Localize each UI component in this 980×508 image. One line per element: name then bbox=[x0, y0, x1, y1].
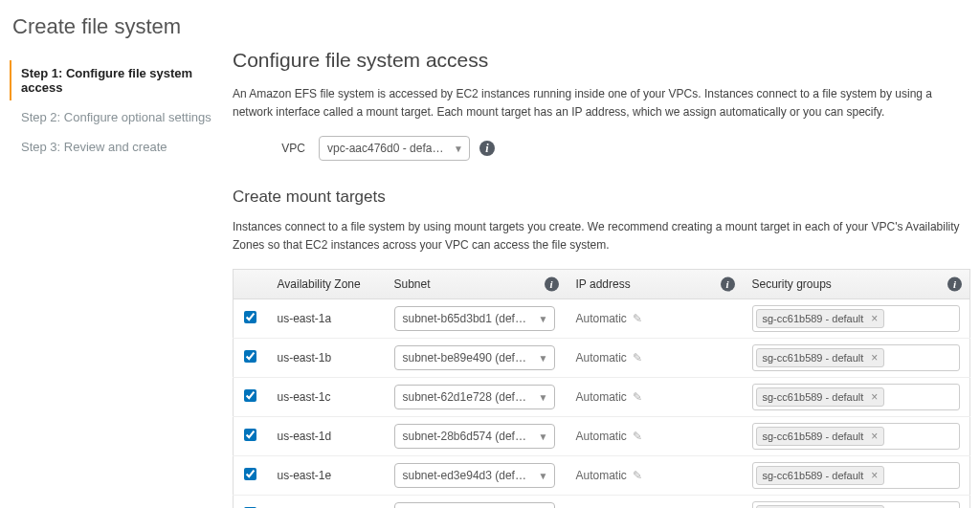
subnet-select[interactable]: subnet-b65d3bd1 (default)▼ bbox=[394, 306, 555, 331]
th-sg-label: Security groups bbox=[752, 277, 832, 291]
availability-zone-cell: us-east-1f bbox=[268, 496, 385, 508]
availability-zone-cell: us-east-1a bbox=[268, 299, 385, 339]
availability-zone-cell: us-east-1b bbox=[268, 339, 385, 378]
info-icon[interactable]: i bbox=[721, 277, 735, 292]
th-security-groups: Security groups i bbox=[743, 270, 970, 299]
availability-zone-cell: us-east-1e bbox=[268, 456, 385, 496]
th-subnet: Subnet i bbox=[385, 270, 567, 299]
info-icon[interactable]: i bbox=[479, 141, 495, 156]
subnet-select-value: subnet-28b6d574 (default) bbox=[403, 430, 533, 443]
section-configure-title: Configure file system access bbox=[233, 49, 970, 72]
wizard-sidebar: Create file system Step 1: Configure fil… bbox=[10, 14, 225, 498]
subnet-select-value: subnet-ed3e94d3 (default) bbox=[403, 469, 533, 482]
page-title: Create file system bbox=[10, 14, 215, 39]
subnet-select[interactable]: subnet-ed3e94d3 (default)▼ bbox=[394, 463, 555, 488]
availability-zone-cell: us-east-1c bbox=[268, 378, 385, 417]
section-mount-title: Create mount targets bbox=[233, 188, 970, 207]
pencil-icon[interactable]: ✎ bbox=[633, 430, 642, 443]
remove-icon[interactable]: × bbox=[871, 430, 878, 443]
security-group-tag-label: sg-cc61b589 - default bbox=[763, 431, 864, 442]
availability-zone-cell: us-east-1d bbox=[268, 417, 385, 456]
info-icon[interactable]: i bbox=[545, 277, 559, 292]
main-content: Configure file system access An Amazon E… bbox=[225, 14, 970, 498]
security-group-tag: sg-cc61b589 - default× bbox=[756, 427, 885, 446]
vpc-select-value: vpc-aac476d0 - default... bbox=[327, 142, 448, 155]
th-subnet-label: Subnet bbox=[394, 277, 431, 291]
remove-icon[interactable]: × bbox=[871, 312, 878, 325]
ip-address-cell: Automatic✎ bbox=[576, 390, 733, 404]
step-3[interactable]: Step 3: Review and create bbox=[10, 134, 215, 160]
row-checkbox[interactable] bbox=[244, 350, 256, 363]
ip-address-value: Automatic bbox=[576, 469, 627, 482]
ip-address-cell: Automatic✎ bbox=[576, 430, 733, 443]
chevron-down-icon: ▼ bbox=[539, 431, 548, 442]
ip-address-cell: Automatic✎ bbox=[576, 469, 733, 482]
ip-address-cell: Automatic✎ bbox=[576, 351, 733, 364]
chevron-down-icon: ▼ bbox=[539, 314, 548, 324]
security-groups-input[interactable]: sg-cc61b589 - default× bbox=[752, 384, 961, 410]
table-row: us-east-1esubnet-ed3e94d3 (default)▼Auto… bbox=[234, 456, 970, 496]
chevron-down-icon: ▼ bbox=[454, 144, 463, 154]
security-groups-input[interactable]: sg-cc61b589 - default× bbox=[752, 462, 961, 489]
remove-icon[interactable]: × bbox=[871, 390, 878, 404]
security-groups-input[interactable]: sg-cc61b589 - default× bbox=[752, 423, 961, 450]
row-checkbox[interactable] bbox=[244, 468, 256, 480]
chevron-down-icon: ▼ bbox=[539, 471, 548, 481]
row-checkbox[interactable] bbox=[244, 429, 256, 441]
ip-address-value: Automatic bbox=[576, 351, 627, 364]
table-row: us-east-1csubnet-62d1e728 (default)▼Auto… bbox=[234, 378, 970, 417]
table-row: us-east-1fsubnet-2693cb29 (default)▼Auto… bbox=[234, 496, 970, 508]
step-2[interactable]: Step 2: Configure optional settings bbox=[10, 104, 215, 130]
table-row: us-east-1asubnet-b65d3bd1 (default)▼Auto… bbox=[234, 299, 970, 339]
subnet-select[interactable]: subnet-be89e490 (default)▼ bbox=[394, 345, 555, 370]
th-ip-address: IP address i bbox=[567, 270, 743, 299]
table-row: us-east-1bsubnet-be89e490 (default)▼Auto… bbox=[234, 339, 970, 378]
pencil-icon[interactable]: ✎ bbox=[633, 312, 642, 325]
security-group-tag-label: sg-cc61b589 - default bbox=[763, 313, 864, 324]
chevron-down-icon: ▼ bbox=[539, 353, 548, 364]
subnet-select-value: subnet-be89e490 (default) bbox=[403, 351, 533, 364]
security-group-tag-label: sg-cc61b589 - default bbox=[763, 470, 864, 481]
row-checkbox[interactable] bbox=[244, 311, 256, 323]
vpc-select[interactable]: vpc-aac476d0 - default... ▼ bbox=[319, 136, 470, 161]
security-groups-input[interactable]: sg-cc61b589 - default× bbox=[752, 344, 961, 371]
subnet-select[interactable]: subnet-2693cb29 (default)▼ bbox=[394, 502, 555, 508]
remove-icon[interactable]: × bbox=[871, 469, 878, 482]
subnet-select-value: subnet-62d1e728 (default) bbox=[403, 390, 533, 404]
ip-address-value: Automatic bbox=[576, 430, 627, 443]
subnet-select[interactable]: subnet-62d1e728 (default)▼ bbox=[394, 385, 555, 409]
pencil-icon[interactable]: ✎ bbox=[633, 390, 642, 404]
subnet-select[interactable]: subnet-28b6d574 (default)▼ bbox=[394, 424, 555, 449]
th-check bbox=[234, 270, 268, 299]
vpc-label: VPC bbox=[233, 142, 319, 155]
th-ip-label: IP address bbox=[576, 277, 631, 291]
pencil-icon[interactable]: ✎ bbox=[633, 469, 642, 482]
info-icon[interactable]: i bbox=[947, 277, 962, 292]
remove-icon[interactable]: × bbox=[871, 351, 878, 364]
security-group-tag: sg-cc61b589 - default× bbox=[756, 348, 885, 367]
mount-targets-table: Availability Zone Subnet i IP address i … bbox=[233, 269, 970, 508]
table-row: us-east-1dsubnet-28b6d574 (default)▼Auto… bbox=[234, 417, 970, 456]
vpc-row: VPC vpc-aac476d0 - default... ▼ i bbox=[233, 136, 970, 161]
security-group-tag-label: sg-cc61b589 - default bbox=[763, 391, 864, 403]
th-availability-zone: Availability Zone bbox=[268, 270, 385, 299]
security-groups-input[interactable]: sg-cc61b589 - default× bbox=[752, 501, 961, 508]
security-group-tag-label: sg-cc61b589 - default bbox=[763, 352, 864, 364]
row-checkbox[interactable] bbox=[244, 389, 256, 402]
ip-address-value: Automatic bbox=[576, 312, 627, 325]
security-group-tag: sg-cc61b589 - default× bbox=[756, 466, 885, 485]
pencil-icon[interactable]: ✎ bbox=[633, 351, 642, 364]
ip-address-value: Automatic bbox=[576, 390, 627, 404]
chevron-down-icon: ▼ bbox=[539, 392, 548, 403]
security-groups-input[interactable]: sg-cc61b589 - default× bbox=[752, 305, 961, 332]
section-configure-description: An Amazon EFS file system is accessed by… bbox=[233, 85, 970, 121]
ip-address-cell: Automatic✎ bbox=[576, 312, 733, 325]
subnet-select-value: subnet-b65d3bd1 (default) bbox=[403, 312, 533, 325]
section-mount-description: Instances connect to a file system by us… bbox=[233, 218, 970, 254]
step-1[interactable]: Step 1: Configure file system access bbox=[10, 60, 215, 100]
security-group-tag: sg-cc61b589 - default× bbox=[756, 387, 885, 407]
security-group-tag: sg-cc61b589 - default× bbox=[756, 309, 885, 328]
